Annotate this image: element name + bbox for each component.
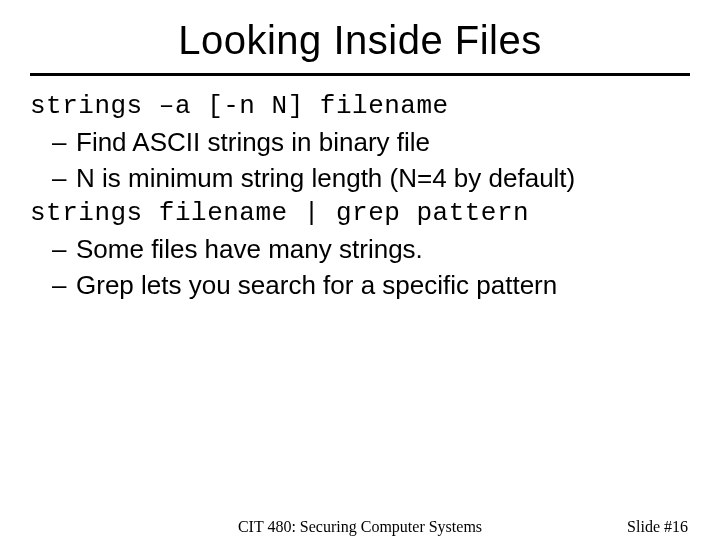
slide-title: Looking Inside Files xyxy=(0,0,720,73)
command-1: strings –a [-n N] filename xyxy=(30,90,690,124)
bullet-1a: Find ASCII strings in binary file xyxy=(30,126,690,160)
command-2: strings filename | grep pattern xyxy=(30,197,690,231)
slide-content: strings –a [-n N] filename Find ASCII st… xyxy=(0,90,720,303)
footer-slide-number: Slide #16 xyxy=(627,518,688,536)
title-divider xyxy=(30,73,690,76)
bullet-1b: N is minimum string length (N=4 by defau… xyxy=(30,162,690,196)
bullet-2a: Some files have many strings. xyxy=(30,233,690,267)
bullet-2b: Grep lets you search for a specific patt… xyxy=(30,269,690,303)
slide: Looking Inside Files strings –a [-n N] f… xyxy=(0,0,720,540)
footer-course: CIT 480: Securing Computer Systems xyxy=(0,518,720,536)
